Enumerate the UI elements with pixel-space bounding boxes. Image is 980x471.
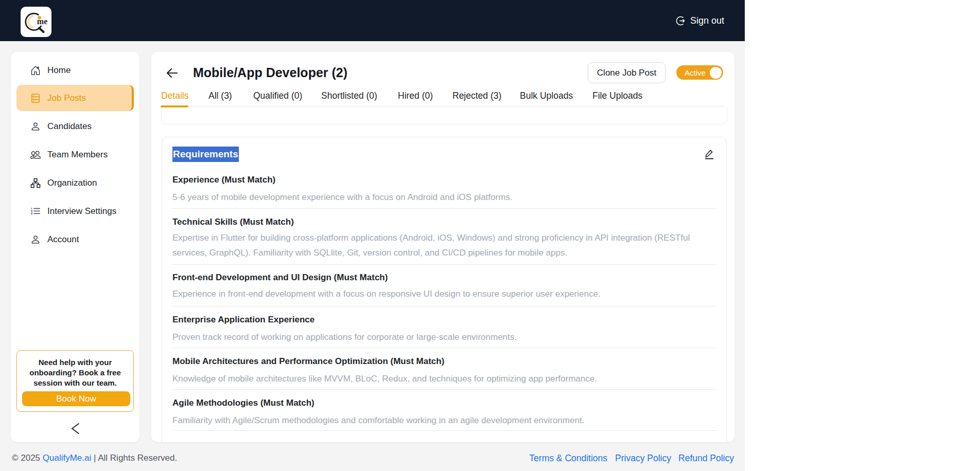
svg-text:me: me — [37, 17, 47, 26]
